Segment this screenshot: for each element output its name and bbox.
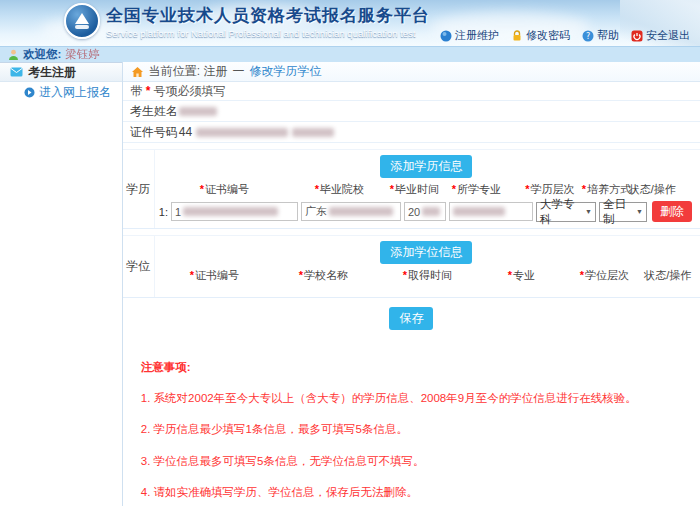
add-degree-button[interactable]: 添加学位信息 [380, 241, 472, 264]
grad-date-input[interactable]: 20 [404, 202, 446, 221]
education-section-label: 学历 [123, 150, 155, 228]
sidebar-section-candidate-registration[interactable]: 考生注册 [0, 62, 122, 82]
main-content: 当前位置: 注册 一 修改学历学位 带 * 号项必须填写 考生姓名 证件号码 [123, 62, 700, 506]
brand: 全国专业技术人员资格考试报名服务平台 Service platform for … [64, 3, 430, 39]
candidate-name-value [179, 107, 217, 116]
education-level-select[interactable]: 大学专科▼ [536, 202, 596, 222]
degree-table-header: *证书编号 *学校名称 *取得时间 *专业 *学位层次 状态/操作 [159, 268, 694, 283]
col-status-operation: 状态/操作 [643, 268, 693, 283]
registration-maintain-link[interactable]: 注册维护 [440, 28, 499, 43]
degree-section-label: 学位 [123, 236, 155, 297]
breadcrumb-prefix: 当前位置: 注册 [149, 63, 228, 80]
top-link-label: 注册维护 [455, 28, 499, 43]
chevron-down-icon: ▼ [585, 208, 592, 215]
spacer [123, 143, 700, 150]
user-icon [8, 49, 19, 61]
chevron-down-icon: ▼ [636, 208, 643, 215]
major-input[interactable] [449, 202, 533, 221]
redacted-name-value [179, 107, 217, 116]
header-banner: 全国专业技术人员资格考试报名服务平台 Service platform for … [0, 0, 700, 46]
col-mode: 培养方式 [587, 183, 631, 195]
col-school-name: 学校名称 [304, 269, 348, 281]
save-button[interactable]: 保存 [389, 307, 433, 330]
top-link-label: 帮助 [597, 28, 619, 43]
required-note: 带 * 号项必须填写 [123, 82, 700, 101]
col-cert-number: 证书编号 [205, 183, 249, 195]
degree-section: 学位 添加学位信息 *证书编号 *学校名称 *取得时间 *专业 *学位层次 状态… [123, 235, 700, 298]
platform-logo-icon [64, 3, 100, 39]
page: 全国专业技术人员资格考试报名服务平台 Service platform for … [0, 0, 700, 506]
redacted-major [453, 207, 505, 216]
required-star: * [146, 84, 151, 98]
safe-logout-link[interactable]: 安全退出 [631, 28, 690, 43]
sidebar: 考生注册 进入网上报名 [0, 62, 123, 506]
candidate-name-label: 考生姓名 [123, 103, 179, 120]
sidebar-section-label: 考生注册 [28, 64, 76, 81]
id-number-label: 证件号码 [123, 124, 179, 141]
training-mode-select[interactable]: 全日制▼ [599, 202, 647, 222]
lock-icon [511, 30, 523, 42]
delete-education-button[interactable]: 删除 [652, 201, 692, 222]
notes: 注意事项: 1. 系统对2002年至今大专以上（含大专）的学历信息、2008年9… [123, 360, 700, 506]
mountain-logo-icon [71, 10, 93, 32]
col-grad-date: 毕业时间 [395, 183, 439, 195]
home-icon [131, 66, 144, 78]
col-major: 专业 [513, 269, 535, 281]
sidebar-item-label: 进入网上报名 [39, 84, 111, 101]
breadcrumb-separator: 一 [232, 63, 244, 80]
cert-number-input[interactable]: 1 [171, 202, 298, 221]
col-level: 学历层次 [530, 183, 574, 195]
power-icon [631, 30, 643, 42]
school-input[interactable]: 广东 [301, 202, 401, 221]
breadcrumb: 当前位置: 注册 一 修改学历学位 [123, 62, 700, 82]
page-subtitle: Service platform for National Profession… [106, 28, 430, 39]
redacted-cert-number [183, 207, 278, 216]
id-number-value: 44 [179, 125, 334, 139]
col-obtain-date: 取得时间 [408, 269, 452, 281]
id-number-row: 证件号码 44 [123, 122, 700, 143]
svg-text:?: ? [586, 31, 590, 40]
row-index: 1: [159, 206, 168, 218]
sidebar-item-enter-online-registration[interactable]: 进入网上报名 [0, 82, 122, 102]
help-icon: ? [582, 30, 594, 42]
education-row-1: 1: 1 广东 20 [159, 201, 694, 222]
notes-title: 注意事项: [141, 360, 700, 375]
education-section: 学历 添加学历信息 *证书编号 *毕业院校 *毕业时间 *所学专业 *学历层次 … [123, 150, 700, 229]
col-school: 毕业院校 [320, 183, 364, 195]
welcome-bar: 欢迎您: 梁钰婷 [0, 46, 700, 62]
redacted-id-value [292, 128, 334, 137]
welcome-username: 梁钰婷 [65, 47, 100, 62]
col-major: 所学专业 [457, 183, 501, 195]
col-cert-number: 证书编号 [195, 269, 239, 281]
note-item: 1. 系统对2002年至今大专以上（含大专）的学历信息、2008年9月至今的学位… [141, 389, 669, 407]
note-item: 2. 学历信息最少填写1条信息，最多可填写5条信息。 [141, 420, 669, 438]
top-links: 注册维护 修改密码 ? 帮助 [440, 28, 690, 43]
note-item: 3. 学位信息最多可填写5条信息，无学位信息可不填写。 [141, 452, 669, 470]
globe-icon [440, 30, 452, 42]
redacted-date [422, 207, 440, 216]
add-education-button[interactable]: 添加学历信息 [380, 155, 472, 178]
envelope-icon [10, 67, 23, 77]
col-status-operation: 状态/操作 [629, 182, 673, 197]
redacted-id-value [196, 128, 288, 137]
redacted-school [329, 207, 393, 216]
arrow-circle-icon [24, 87, 35, 98]
page-title: 全国专业技术人员资格考试报名服务平台 [106, 4, 430, 27]
note-item: 4. 请如实准确填写学历、学位信息，保存后无法删除。 [141, 483, 669, 501]
col-degree-level: 学位层次 [585, 269, 629, 281]
candidate-name-row: 考生姓名 [123, 101, 700, 122]
education-table-header: *证书编号 *毕业院校 *毕业时间 *所学专业 *学历层次 *培养方式 状态/操… [159, 182, 694, 197]
help-link[interactable]: ? 帮助 [582, 28, 619, 43]
top-link-label: 修改密码 [526, 28, 570, 43]
breadcrumb-current-link[interactable]: 修改学历学位 [249, 63, 321, 80]
top-link-label: 安全退出 [646, 28, 690, 43]
change-password-link[interactable]: 修改密码 [511, 28, 570, 43]
welcome-label: 欢迎您: [23, 47, 61, 62]
